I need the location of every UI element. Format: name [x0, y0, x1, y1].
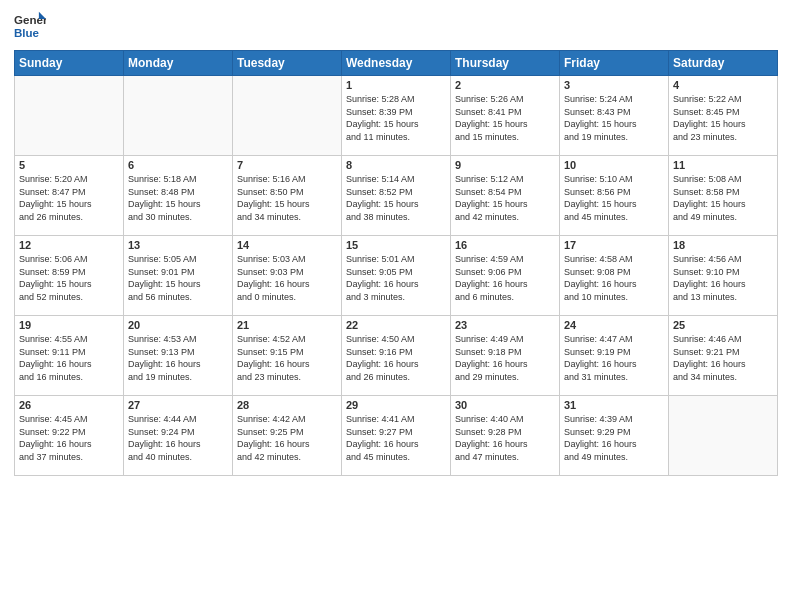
calendar-cell: 5Sunrise: 5:20 AMSunset: 8:47 PMDaylight…: [15, 156, 124, 236]
calendar: SundayMondayTuesdayWednesdayThursdayFrid…: [14, 50, 778, 476]
page: General Blue SundayMondayTuesdayWednesda…: [0, 0, 792, 612]
day-number: 7: [237, 159, 337, 171]
calendar-cell: 24Sunrise: 4:47 AMSunset: 9:19 PMDayligh…: [560, 316, 669, 396]
day-info: Sunrise: 4:40 AMSunset: 9:28 PMDaylight:…: [455, 413, 555, 463]
calendar-cell: 6Sunrise: 5:18 AMSunset: 8:48 PMDaylight…: [124, 156, 233, 236]
calendar-cell: 2Sunrise: 5:26 AMSunset: 8:41 PMDaylight…: [451, 76, 560, 156]
day-number: 30: [455, 399, 555, 411]
calendar-cell: [233, 76, 342, 156]
day-info: Sunrise: 4:45 AMSunset: 9:22 PMDaylight:…: [19, 413, 119, 463]
day-number: 18: [673, 239, 773, 251]
calendar-cell: 31Sunrise: 4:39 AMSunset: 9:29 PMDayligh…: [560, 396, 669, 476]
calendar-cell: 3Sunrise: 5:24 AMSunset: 8:43 PMDaylight…: [560, 76, 669, 156]
day-number: 8: [346, 159, 446, 171]
day-info: Sunrise: 5:14 AMSunset: 8:52 PMDaylight:…: [346, 173, 446, 223]
calendar-cell: 25Sunrise: 4:46 AMSunset: 9:21 PMDayligh…: [669, 316, 778, 396]
logo: General Blue: [14, 10, 46, 42]
day-info: Sunrise: 4:47 AMSunset: 9:19 PMDaylight:…: [564, 333, 664, 383]
weekday-sunday: Sunday: [15, 51, 124, 76]
day-info: Sunrise: 5:05 AMSunset: 9:01 PMDaylight:…: [128, 253, 228, 303]
day-number: 19: [19, 319, 119, 331]
day-info: Sunrise: 4:53 AMSunset: 9:13 PMDaylight:…: [128, 333, 228, 383]
day-info: Sunrise: 5:03 AMSunset: 9:03 PMDaylight:…: [237, 253, 337, 303]
day-number: 9: [455, 159, 555, 171]
calendar-cell: 19Sunrise: 4:55 AMSunset: 9:11 PMDayligh…: [15, 316, 124, 396]
day-number: 22: [346, 319, 446, 331]
day-info: Sunrise: 4:55 AMSunset: 9:11 PMDaylight:…: [19, 333, 119, 383]
calendar-cell: 14Sunrise: 5:03 AMSunset: 9:03 PMDayligh…: [233, 236, 342, 316]
day-info: Sunrise: 5:08 AMSunset: 8:58 PMDaylight:…: [673, 173, 773, 223]
day-info: Sunrise: 5:12 AMSunset: 8:54 PMDaylight:…: [455, 173, 555, 223]
calendar-cell: 12Sunrise: 5:06 AMSunset: 8:59 PMDayligh…: [15, 236, 124, 316]
calendar-cell: 4Sunrise: 5:22 AMSunset: 8:45 PMDaylight…: [669, 76, 778, 156]
day-number: 25: [673, 319, 773, 331]
day-number: 11: [673, 159, 773, 171]
weekday-thursday: Thursday: [451, 51, 560, 76]
calendar-cell: 23Sunrise: 4:49 AMSunset: 9:18 PMDayligh…: [451, 316, 560, 396]
day-info: Sunrise: 5:24 AMSunset: 8:43 PMDaylight:…: [564, 93, 664, 143]
day-info: Sunrise: 5:10 AMSunset: 8:56 PMDaylight:…: [564, 173, 664, 223]
calendar-cell: 1Sunrise: 5:28 AMSunset: 8:39 PMDaylight…: [342, 76, 451, 156]
day-info: Sunrise: 5:06 AMSunset: 8:59 PMDaylight:…: [19, 253, 119, 303]
day-info: Sunrise: 5:22 AMSunset: 8:45 PMDaylight:…: [673, 93, 773, 143]
calendar-cell: 29Sunrise: 4:41 AMSunset: 9:27 PMDayligh…: [342, 396, 451, 476]
day-number: 10: [564, 159, 664, 171]
logo-icon: General Blue: [14, 10, 46, 42]
day-info: Sunrise: 4:49 AMSunset: 9:18 PMDaylight:…: [455, 333, 555, 383]
header: General Blue: [14, 10, 778, 42]
day-number: 17: [564, 239, 664, 251]
day-number: 5: [19, 159, 119, 171]
day-info: Sunrise: 5:20 AMSunset: 8:47 PMDaylight:…: [19, 173, 119, 223]
day-info: Sunrise: 4:39 AMSunset: 9:29 PMDaylight:…: [564, 413, 664, 463]
day-info: Sunrise: 5:28 AMSunset: 8:39 PMDaylight:…: [346, 93, 446, 143]
day-number: 20: [128, 319, 228, 331]
week-row-4: 26Sunrise: 4:45 AMSunset: 9:22 PMDayligh…: [15, 396, 778, 476]
calendar-cell: [124, 76, 233, 156]
weekday-monday: Monday: [124, 51, 233, 76]
day-info: Sunrise: 4:50 AMSunset: 9:16 PMDaylight:…: [346, 333, 446, 383]
day-number: 26: [19, 399, 119, 411]
day-number: 21: [237, 319, 337, 331]
calendar-cell: 8Sunrise: 5:14 AMSunset: 8:52 PMDaylight…: [342, 156, 451, 236]
day-info: Sunrise: 4:41 AMSunset: 9:27 PMDaylight:…: [346, 413, 446, 463]
day-info: Sunrise: 4:44 AMSunset: 9:24 PMDaylight:…: [128, 413, 228, 463]
day-number: 29: [346, 399, 446, 411]
day-number: 28: [237, 399, 337, 411]
calendar-cell: 27Sunrise: 4:44 AMSunset: 9:24 PMDayligh…: [124, 396, 233, 476]
calendar-cell: 17Sunrise: 4:58 AMSunset: 9:08 PMDayligh…: [560, 236, 669, 316]
day-info: Sunrise: 4:52 AMSunset: 9:15 PMDaylight:…: [237, 333, 337, 383]
weekday-tuesday: Tuesday: [233, 51, 342, 76]
calendar-cell: 7Sunrise: 5:16 AMSunset: 8:50 PMDaylight…: [233, 156, 342, 236]
day-number: 15: [346, 239, 446, 251]
calendar-cell: 15Sunrise: 5:01 AMSunset: 9:05 PMDayligh…: [342, 236, 451, 316]
day-number: 27: [128, 399, 228, 411]
calendar-cell: 18Sunrise: 4:56 AMSunset: 9:10 PMDayligh…: [669, 236, 778, 316]
calendar-cell: 21Sunrise: 4:52 AMSunset: 9:15 PMDayligh…: [233, 316, 342, 396]
day-number: 13: [128, 239, 228, 251]
day-info: Sunrise: 5:01 AMSunset: 9:05 PMDaylight:…: [346, 253, 446, 303]
day-number: 12: [19, 239, 119, 251]
calendar-cell: 11Sunrise: 5:08 AMSunset: 8:58 PMDayligh…: [669, 156, 778, 236]
calendar-cell: 13Sunrise: 5:05 AMSunset: 9:01 PMDayligh…: [124, 236, 233, 316]
day-info: Sunrise: 5:18 AMSunset: 8:48 PMDaylight:…: [128, 173, 228, 223]
day-info: Sunrise: 4:46 AMSunset: 9:21 PMDaylight:…: [673, 333, 773, 383]
day-number: 24: [564, 319, 664, 331]
day-info: Sunrise: 4:42 AMSunset: 9:25 PMDaylight:…: [237, 413, 337, 463]
day-number: 6: [128, 159, 228, 171]
day-number: 4: [673, 79, 773, 91]
day-info: Sunrise: 5:16 AMSunset: 8:50 PMDaylight:…: [237, 173, 337, 223]
week-row-3: 19Sunrise: 4:55 AMSunset: 9:11 PMDayligh…: [15, 316, 778, 396]
day-number: 2: [455, 79, 555, 91]
week-row-2: 12Sunrise: 5:06 AMSunset: 8:59 PMDayligh…: [15, 236, 778, 316]
day-info: Sunrise: 4:59 AMSunset: 9:06 PMDaylight:…: [455, 253, 555, 303]
week-row-0: 1Sunrise: 5:28 AMSunset: 8:39 PMDaylight…: [15, 76, 778, 156]
calendar-cell: 10Sunrise: 5:10 AMSunset: 8:56 PMDayligh…: [560, 156, 669, 236]
day-info: Sunrise: 4:56 AMSunset: 9:10 PMDaylight:…: [673, 253, 773, 303]
weekday-wednesday: Wednesday: [342, 51, 451, 76]
calendar-cell: 30Sunrise: 4:40 AMSunset: 9:28 PMDayligh…: [451, 396, 560, 476]
calendar-cell: 26Sunrise: 4:45 AMSunset: 9:22 PMDayligh…: [15, 396, 124, 476]
weekday-header-row: SundayMondayTuesdayWednesdayThursdayFrid…: [15, 51, 778, 76]
day-number: 3: [564, 79, 664, 91]
weekday-saturday: Saturday: [669, 51, 778, 76]
calendar-cell: 16Sunrise: 4:59 AMSunset: 9:06 PMDayligh…: [451, 236, 560, 316]
